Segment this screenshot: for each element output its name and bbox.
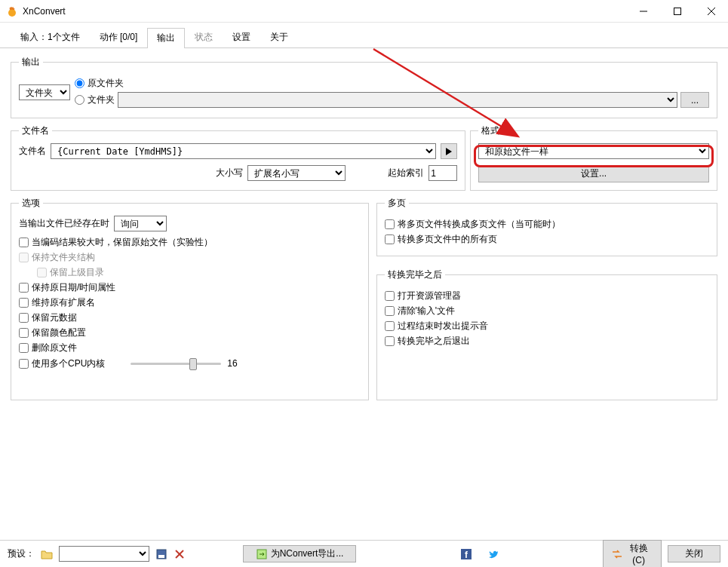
cb-keep-structure (19, 253, 29, 262)
ellipsis-icon: ... (691, 95, 699, 106)
export-icon (256, 548, 268, 560)
cb-keep-date[interactable] (19, 283, 29, 293)
cb-keep-parent (37, 268, 47, 277)
output-group: 输出 文件夹 原文件夹 文件夹 ... (11, 56, 717, 118)
cb-large-result[interactable] (19, 238, 29, 247)
maximize-button[interactable] (660, 0, 694, 22)
when-exists-select[interactable]: 询问 (114, 216, 167, 231)
after-group: 转换完毕之后 打开资源管理器 清除'输入'文件 过程结束时发出提示音 转换完毕之… (376, 268, 718, 400)
cb-open-explorer[interactable] (385, 291, 395, 301)
radio-folder-label: 文件夹 (88, 93, 115, 106)
cb-delete-original[interactable] (19, 343, 29, 353)
save-icon[interactable] (155, 548, 167, 560)
convert-icon (611, 548, 622, 560)
preset-select[interactable] (59, 546, 149, 562)
svg-rect-2 (674, 8, 680, 14)
case-label: 大小写 (216, 167, 243, 179)
window-title: XnConvert (23, 6, 626, 17)
tab-bar: 输入：1个文件 动作 [0/0] 输出 状态 设置 关于 (0, 23, 728, 48)
cb-clear-input[interactable] (385, 306, 395, 316)
tab-about[interactable]: 关于 (260, 27, 298, 48)
radio-folder[interactable] (75, 95, 84, 105)
twitter-icon[interactable] (487, 548, 499, 560)
start-index-input[interactable] (429, 165, 457, 181)
cb-exit-after[interactable] (385, 336, 395, 346)
close-button[interactable] (694, 0, 728, 22)
filename-legend: 文件名 (19, 124, 52, 137)
facebook-icon[interactable]: f (460, 548, 472, 560)
cb-multi-cpu[interactable] (19, 359, 29, 369)
export-nconvert-button[interactable]: 为NConvert导出... (243, 545, 356, 562)
options-legend: 选项 (19, 197, 43, 210)
filename-variables-button[interactable] (441, 143, 457, 159)
multipage-legend: 多页 (385, 197, 409, 210)
cb-play-sound[interactable] (385, 321, 395, 331)
cb-convert-all-pages[interactable] (385, 234, 395, 244)
app-icon (6, 5, 18, 17)
tab-output[interactable]: 输出 (147, 28, 185, 48)
folder-open-icon[interactable] (41, 548, 53, 560)
cb-keep-meta[interactable] (19, 313, 29, 323)
svg-point-0 (8, 9, 16, 17)
output-type-select[interactable]: 文件夹 (19, 84, 70, 100)
footer: 预设： 为NConvert导出... f 转换(C) 关闭 (0, 540, 728, 567)
cb-keep-ext[interactable] (19, 298, 29, 308)
format-select[interactable]: 和原始文件一样 (478, 143, 709, 159)
case-select[interactable]: 扩展名小写 (247, 165, 346, 181)
tab-actions[interactable]: 动作 [0/0] (90, 27, 148, 48)
svg-rect-7 (158, 555, 164, 558)
format-settings-button[interactable]: 设置... (478, 165, 709, 182)
play-icon (446, 148, 452, 155)
cpu-slider[interactable] (131, 357, 221, 370)
start-index-label: 起始索引 (388, 167, 424, 179)
output-legend: 输出 (19, 56, 43, 69)
multipage-group: 多页 将多页文件转换成多页文件（当可能时） 转换多页文件中的所有页 (376, 197, 718, 256)
format-group: 格式 和原始文件一样 设置... (470, 124, 717, 191)
when-exists-label: 当输出文件已经存在时 (19, 217, 109, 230)
options-group: 选项 当输出文件已经存在时 询问 当编码结果较大时，保留原始文件（实验性） 保持… (11, 197, 369, 400)
radio-original-label: 原文件夹 (88, 77, 124, 90)
minimize-button[interactable] (626, 0, 660, 22)
title-bar: XnConvert (0, 0, 728, 23)
radio-original-folder[interactable] (75, 78, 84, 88)
tab-status[interactable]: 状态 (185, 27, 223, 48)
cpu-count: 16 (227, 358, 237, 369)
preset-label: 预设： (8, 547, 35, 560)
cb-convert-multi[interactable] (385, 219, 395, 229)
filename-group: 文件名 文件名 {Current Date [YmdHMS]} 大小写 扩展名小… (11, 124, 465, 191)
delete-icon[interactable] (174, 548, 186, 560)
folder-path-select[interactable] (118, 92, 677, 108)
cb-keep-color[interactable] (19, 328, 29, 338)
close-app-button[interactable]: 关闭 (668, 545, 720, 562)
after-legend: 转换完毕之后 (385, 268, 445, 281)
convert-button[interactable]: 转换(C) (603, 540, 662, 567)
tab-settings[interactable]: 设置 (223, 27, 260, 48)
filename-label: 文件名 (19, 145, 46, 158)
tab-input[interactable]: 输入：1个文件 (11, 27, 90, 48)
format-legend: 格式 (478, 124, 502, 137)
filename-input[interactable]: {Current Date [YmdHMS]} (51, 143, 436, 159)
browse-folder-button[interactable]: ... (680, 92, 709, 108)
